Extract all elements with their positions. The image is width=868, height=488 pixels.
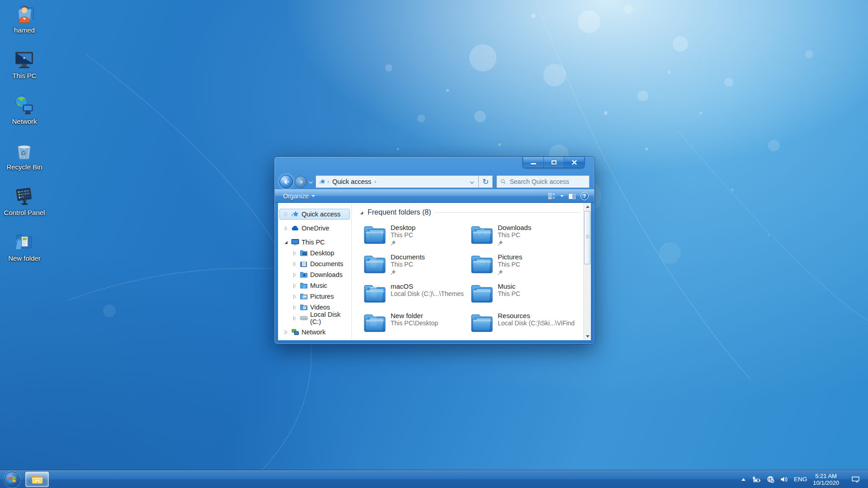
change-view-button[interactable]: [548, 192, 556, 200]
address-bar[interactable]: › Quick access ›: [316, 175, 479, 188]
folder-tile-resources[interactable]: Resources Local Disk (C:)\Ski...\ViFind: [471, 311, 578, 336]
folder-tile-location: This PC: [498, 290, 520, 298]
scroll-up-button[interactable]: [584, 203, 591, 211]
views-dropdown-button[interactable]: [560, 195, 564, 197]
scrollbar-grip: [586, 235, 589, 239]
folder-tile-new-folder[interactable]: New folder This PC\Desktop: [363, 311, 471, 336]
sidebar-item-pictures[interactable]: Pictures: [279, 291, 350, 302]
forward-arrow-icon: [297, 178, 304, 185]
clock-time: 5:21 AM: [813, 473, 839, 479]
folder-icon: [363, 311, 387, 334]
sidebar-item-network[interactable]: Network: [279, 327, 350, 338]
battery-status-icon[interactable]: [752, 476, 761, 483]
folder-icon: [471, 223, 494, 246]
expand-arrow-icon[interactable]: [283, 329, 289, 335]
desktop-icon-recycle-bin[interactable]: ♻ Recycle Bin: [3, 141, 46, 182]
folder-icon: [363, 253, 387, 275]
minimize-icon: [531, 163, 536, 164]
folder-pictures-icon: [300, 293, 308, 300]
folder-tile-name: macOS: [391, 282, 464, 290]
sidebar-item-quick-access[interactable]: Quick access: [279, 209, 350, 220]
expand-arrow-icon[interactable]: [292, 305, 297, 310]
maximize-button[interactable]: [543, 157, 564, 168]
sidebar-item-music[interactable]: ♫ Music: [279, 280, 350, 291]
folder-desktop-icon: [300, 249, 308, 257]
sidebar-item-this-pc[interactable]: This PC: [279, 237, 350, 248]
desktop-icon-label: New folder: [8, 255, 41, 262]
sidebar-item-documents[interactable]: Documents: [279, 258, 350, 269]
sidebar-item-label: Music: [310, 282, 327, 289]
expand-arrow-icon[interactable]: [292, 261, 297, 267]
taskbar-file-explorer-button[interactable]: [25, 472, 49, 487]
folder-tile-pictures[interactable]: Pictures This PC: [471, 253, 578, 277]
search-box[interactable]: [496, 175, 590, 188]
clock-date: 10/1/2020: [813, 479, 839, 486]
frequent-folders-grid: Desktop This PC Downloads This PC Docume…: [359, 223, 583, 336]
help-button[interactable]: ?: [580, 192, 589, 200]
folder-tile-documents[interactable]: Documents This PC: [363, 253, 471, 277]
scrollbar-thumb[interactable]: [584, 211, 590, 264]
sidebar-item-label: This PC: [302, 239, 325, 246]
desktop-icon-label: Control Panel: [4, 209, 45, 216]
sidebar-item-desktop[interactable]: Desktop: [279, 248, 350, 258]
show-hidden-icons-button[interactable]: [741, 478, 746, 481]
breadcrumb-item-quick-access[interactable]: Quick access: [332, 178, 371, 185]
refresh-button[interactable]: ↻: [479, 175, 493, 188]
preview-pane-button[interactable]: [568, 193, 576, 200]
desktop-icon-this-pc[interactable]: This PC: [3, 49, 46, 91]
network-status-icon[interactable]: [767, 476, 774, 483]
desktop-icon-label: This PC: [12, 72, 36, 80]
sidebar-item-downloads[interactable]: Downloads: [279, 269, 350, 280]
folder-tile-name: New folder: [391, 312, 438, 319]
globe-no-internet-icon: [767, 476, 774, 483]
expand-arrow-icon[interactable]: [292, 250, 297, 256]
expand-arrow-icon[interactable]: [292, 283, 297, 289]
recent-locations-dropdown[interactable]: [309, 178, 313, 186]
vertical-scrollbar[interactable]: [583, 203, 591, 340]
breadcrumb-separator[interactable]: ›: [374, 178, 376, 185]
desktop-icon-new-folder[interactable]: New folder: [3, 232, 46, 273]
address-dropdown-button[interactable]: [466, 178, 478, 186]
pin-icon: [498, 269, 504, 275]
desktop-icon-control-panel[interactable]: Control Panel: [3, 186, 46, 228]
back-button[interactable]: [279, 175, 293, 188]
expand-arrow-icon[interactable]: [292, 294, 297, 300]
group-header[interactable]: Frequent folders (8): [359, 208, 583, 216]
close-button[interactable]: [564, 157, 584, 168]
folder-tile-desktop[interactable]: Desktop This PC: [363, 223, 471, 248]
action-center-button[interactable]: [851, 476, 860, 483]
expand-arrow-icon[interactable]: [292, 315, 297, 321]
maximize-icon: [552, 160, 557, 164]
expand-arrow-icon[interactable]: [283, 225, 289, 231]
scroll-down-button[interactable]: [584, 333, 591, 340]
desktop-icon-hamed[interactable]: hamed: [3, 4, 46, 45]
folder-content-area: Frequent folders (8) Desktop This PC Dow…: [352, 203, 583, 340]
desktop-icon-network[interactable]: Network: [3, 95, 46, 136]
folder-tile-name: Desktop: [391, 224, 415, 231]
windows-logo-icon: [5, 472, 19, 487]
organize-menu-button[interactable]: Organize: [280, 191, 318, 201]
sidebar-item-local-disk-c[interactable]: Local Disk (C:): [279, 313, 350, 324]
folder-tile-downloads[interactable]: Downloads This PC: [471, 223, 578, 248]
cloud-icon: [291, 225, 299, 232]
search-input[interactable]: [509, 178, 585, 185]
group-divider: [435, 212, 580, 213]
clock[interactable]: 5:21 AM 10/1/2020: [813, 473, 839, 486]
expand-arrow-icon[interactable]: [283, 211, 289, 217]
folder-videos-icon: [300, 304, 308, 311]
folder-tile-name: Pictures: [498, 253, 522, 261]
start-button[interactable]: [5, 472, 20, 487]
folder-tile-location: Local Disk (C:)\...\Themes: [391, 290, 464, 298]
forward-button[interactable]: [295, 176, 307, 188]
folder-tile-macos[interactable]: macOS Local Disk (C:)\...\Themes: [363, 282, 471, 306]
collapse-arrow-icon[interactable]: [283, 239, 289, 245]
sidebar-item-onedrive[interactable]: OneDrive: [279, 223, 350, 234]
desktop-icon-label: hamed: [14, 27, 35, 34]
expand-arrow-icon[interactable]: [292, 272, 297, 278]
minimize-button[interactable]: [523, 157, 543, 168]
language-indicator[interactable]: ENG: [794, 476, 807, 483]
battery-charging-icon: [752, 476, 761, 483]
svg-text:♫: ♫: [302, 284, 306, 289]
folder-tile-music[interactable]: ♫♪ Music This PC: [471, 282, 578, 306]
volume-icon[interactable]: [780, 476, 788, 483]
